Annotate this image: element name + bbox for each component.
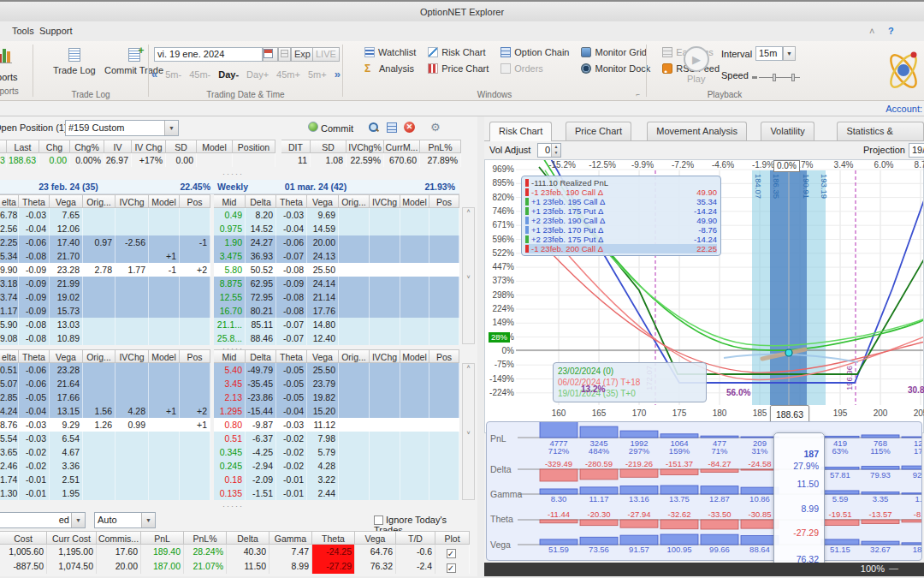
option-row[interactable]: 9.08-0.0810.8925.8...88.46-0.0712.40 [0,331,459,345]
option-row[interactable]: 1.30-0.011.950.135-1.51-0.012.44 [0,486,459,500]
auto-select[interactable]: Auto▼ [94,512,156,528]
position-panel: Open Position (1) #159 Custom▼ Commit ✕ … [0,116,477,576]
option-chain-button[interactable]: Option Chain [500,47,569,57]
puts-scrollbar[interactable]: ˄˅ [462,363,475,500]
y-axis-label: 969% [485,164,514,174]
legend-entry[interactable]: +1 23feb. 195 Call Δ35.34 [525,197,717,206]
option-row[interactable]: 9.90-0.0923.282.781.77-1+25.8050.52-0.08… [0,263,459,277]
monitor-grid-button[interactable]: Monitor Grid [581,47,650,57]
option-row[interactable]: 2.25-0.0617.400.97-2.56-11.9024.27-0.062… [0,235,459,249]
trading-date-input[interactable]: vi. 19 ene. 2024 [154,47,263,62]
rewind-icon[interactable]: « [151,68,157,80]
option-row[interactable]: 6.78-0.037.650.498.20-0.039.69 [0,208,459,222]
tab-risk-chart[interactable]: Risk Chart [489,122,552,141]
view-mode-select[interactable]: ed▼ [0,512,86,528]
settings-gear-icon[interactable]: ⚙ [430,122,441,133]
prob-label-high: 30.8% [908,385,924,395]
legend-entry[interactable]: +1 23feb. 170 Put Δ-8.76 [525,225,717,235]
speed-slider-handle2[interactable] [791,74,795,81]
ribbon-group-windows: WatchlistΣAnalysisRisk ChartPrice ChartO… [344,41,645,101]
option-row[interactable]: 2.46-0.023.360.245-2.94-0.024.28 [0,459,459,473]
nav-45m+[interactable]: 45m+ [276,69,300,80]
splitter-dots-3[interactable]: ····· [222,502,244,510]
risk-chart[interactable]: 184.07186.35190.91193.19 172.07196.96 -1… [484,159,924,433]
tab-price-chart[interactable]: Price Chart [566,122,631,140]
option-row[interactable]: 5.34-0.0821.70+13.47536.93-0.0724.13 [0,249,459,263]
option-row[interactable]: 5.54-0.036.540.51-6.37-0.027.98 [0,432,459,445]
svg-text:8.30: 8.30 [551,494,567,504]
price-chart-button[interactable]: Price Chart [428,63,489,74]
trade-log-button[interactable]: Trade Log [53,48,96,75]
search-icon[interactable] [368,122,379,133]
position-summary-table: LastChgChg%IVIV ChgSDModelPositionDITSDI… [0,140,461,167]
position-select[interactable]: #159 Custom▼ [65,120,179,136]
projection-date-input[interactable]: 19/01/202 [909,143,924,158]
svg-text:179: 179 [914,446,921,456]
ribbon-group-date: vi. 19 ene. 2024 Exp LIVE « 5m-45m-Day-D… [150,41,341,101]
calls-scrollbar[interactable]: ˄˅ [462,207,475,344]
splitter-dots[interactable]: ····· [222,170,244,178]
nav-Day-[interactable]: Day- [218,69,239,80]
legend-entry[interactable]: +2 23feb. 190 Call Δ49.90 [525,216,717,225]
zoom-slider[interactable]: — [889,563,898,573]
forward-icon[interactable]: » [335,68,341,80]
analysis-panel: Risk ChartPrice ChartMovement AnalysisVo… [484,116,924,576]
menu-tools[interactable]: Tools [9,25,38,37]
live-button[interactable]: LIVE [312,47,340,62]
watchlist-button[interactable]: Watchlist [364,47,416,57]
option-row[interactable]: 3.74-0.0919.0212.5572.95-0.0821.14 [0,290,459,304]
orders-button[interactable]: Orders [500,63,569,74]
tab-volatility[interactable]: Volatility [761,122,814,140]
reports-button[interactable]: eports [0,72,29,82]
option-row[interactable]: 2.56-0.0412.060.97514.52-0.0414.59 [0,222,459,235]
legend-entry[interactable]: +1 23feb. 175 Put Δ-14.24 [525,206,717,216]
y-axis-label: 0% [485,346,514,355]
menu-support[interactable]: Support [36,25,76,37]
risk-chart-button[interactable]: Risk Chart [428,47,489,57]
option-row[interactable]: 5.07-0.0621.643.45-35.45-0.0523.79 [0,377,459,390]
legend-entry[interactable]: -111.10 Realized PnL [525,178,717,188]
option-row[interactable]: 0.51-0.0623.285.40-49.79-0.0525.50 [0,363,459,377]
plot-checkbox[interactable]: ✓ [447,563,456,573]
ribbon-collapse-icon[interactable]: ˄ [866,25,878,37]
interval-dropdown-icon[interactable]: ▼ [783,46,796,61]
legend-entry[interactable]: +2 23feb. 175 Put Δ-14.24 [525,235,717,244]
tab-movement-analysis[interactable]: Movement Analysis [647,122,747,140]
nav-5m-[interactable]: 5m- [165,69,181,80]
plot-checkbox[interactable]: ✓ [447,549,456,558]
y-axis-label: 149% [485,318,514,327]
legend-chip [525,245,529,253]
svg-text:Gamma: Gamma [490,489,523,499]
option-row[interactable]: 2.85-0.0517.662.13-23.86-0.0519.82 [0,390,459,404]
exp-button[interactable]: Exp [291,47,314,62]
nav-45m-[interactable]: 45m- [189,69,210,80]
nav-Day+[interactable]: Day+ [246,69,269,80]
monitor-dock-button[interactable]: Monitor Dock [581,63,650,74]
nav-5m+[interactable]: 5m+ [308,69,327,80]
export-grid-icon[interactable] [387,122,397,133]
legend-entry[interactable]: -1 23feb. 190 Call Δ49.90 [525,188,717,197]
help-icon[interactable]: ? [885,25,897,37]
interval-select[interactable]: 15m [755,46,783,61]
option-row[interactable]: 1.17-0.0915.7316.7080.21-0.0817.76 [0,304,459,318]
speed-slider-handle[interactable] [773,74,776,81]
commit-button[interactable]: Commit [308,122,353,134]
option-row[interactable]: 5.90-0.0813.0321.1...85.11-0.0714.80 [0,318,459,331]
option-row[interactable]: 8.76-0.039.291.260.99+10.80-9.87-0.0311.… [0,418,459,432]
option-row[interactable]: 1.74-0.012.510.18-2.09-0.013.22 [0,473,459,486]
dialog-launcher-icon[interactable]: ⌐ [636,91,640,98]
legend-entry[interactable]: -1 23feb. 200 Call Δ22.25 [525,244,717,253]
speed-label: Speed [721,70,749,80]
option-row[interactable]: 3.65-0.024.670.345-4.25-0.025.79 [0,445,459,459]
option-row[interactable]: 3.18-0.0921.998.87562.95-0.0924.14 [0,277,459,290]
calls-chain-table: 23 feb. 24 (35)22.45%Weekly01 mar. 24 (4… [0,180,459,345]
close-position-icon[interactable]: ✕ [404,122,415,133]
calendar-icon[interactable] [263,47,278,62]
tab-statistics-fundamentals[interactable]: Statistics & Fundamentals [837,122,924,140]
open-position-label: Open Position (1) [0,122,68,133]
play-icon[interactable]: ▶ [684,46,709,72]
analysis-button[interactable]: ΣAnalysis [364,63,416,74]
option-row[interactable]: 4.24-0.0413.151.564.28+1+21.295-15.44-0.… [0,404,459,418]
time-grid-icon[interactable] [278,47,291,62]
vol-adjust-spinner[interactable]: 0▲▼ [537,143,561,158]
